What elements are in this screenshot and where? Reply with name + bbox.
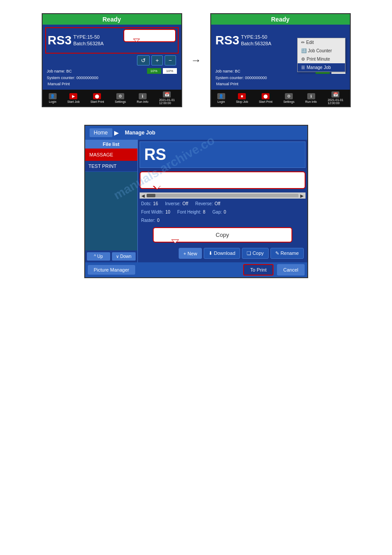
context-menu: ✏ Edit 🔢 Job Counter ⚙ Print Minute ☰ Ma… [297,38,345,72]
raster-value: 0 [157,218,160,223]
login-icon-left: 👤 [49,93,57,99]
solvent-box-left: 10% [163,68,177,74]
job-name-label-left: Job name: [47,69,65,73]
ink-box-left: 10% [147,68,161,74]
callout-job-detail [140,171,306,189]
minus-btn-left[interactable]: − [165,55,176,65]
right-printer-screen: Ready RS3 TYPE:15-50 Batch:56328A ✏ Edit [210,13,351,107]
scroll-right-arrow[interactable]: ▶ [299,193,305,198]
datetime-icon-right: 📅 [331,91,339,98]
inverse-value: Off [183,201,188,206]
props-row-2: Font Width: 10 Font Height: 8 Gap: 0 [140,209,306,215]
nav-settings-left[interactable]: ⚙ Settings [115,93,126,103]
nav-startjob-left[interactable]: ▶ Start Job [67,93,79,103]
props-row-1: Dots: 16 Inverse: Off Reverse: Off [140,200,306,207]
bottom-bar: Picture Manager To Print Cancel [85,262,307,277]
font-width-value: 10 [165,210,170,214]
refresh-btn-left[interactable]: ↺ [137,55,150,65]
dots-label: Dots: [141,201,151,206]
picture-manager-button[interactable]: Picture Manager [88,265,136,275]
scroll-thumb[interactable] [147,194,155,197]
gap-label: Gap: [212,210,222,214]
job-name-value-right: BC [235,69,241,73]
context-manage-job[interactable]: ☰ Manage Job [298,63,345,72]
to-print-button[interactable]: To Print [243,264,273,276]
breadcrumb-home[interactable]: Home [90,128,112,137]
file-item-testprint[interactable]: TEST PRINT [85,161,137,172]
manual-print-label-right: Manual Print [216,82,239,86]
startprint-icon-left: ⬤ [93,93,101,99]
manage-job-screen: manuals.archive.co Home ▶ Manage Job Fil… [84,125,308,278]
plus-btn-left[interactable]: + [151,55,163,65]
context-edit[interactable]: ✏ Edit [298,38,345,47]
system-counter-value-left: 0000000000 [76,76,98,80]
left-screen-header: Ready [43,14,181,25]
new-button[interactable]: + New [179,248,202,259]
job-preview-text: RS [144,145,166,164]
job-batch-left: Batch:56328A [73,40,104,47]
nav-settings-right[interactable]: ⚙ Settings [283,93,294,103]
startprint-icon-right: ⬤ [262,93,270,99]
rs3-logo-right: RS3 [216,33,239,47]
up-button[interactable]: ^ Up [87,252,111,261]
login-icon-right: 👤 [217,93,225,99]
job-detail-panel: RS ◀ ▶ Dots: 16 [138,140,307,262]
cancel-button[interactable]: Cancel [277,264,304,276]
print-minute-icon: ⚙ [301,57,305,62]
system-counter-value-right: 0000000000 [245,76,267,80]
nav-stopjob-right[interactable]: ■ Stop Job [236,93,248,103]
nav-runinfo-right[interactable]: ℹ Run Info [305,93,316,103]
font-height-value: 8 [203,210,205,214]
job-batch-right: Batch:56328A [241,40,271,47]
settings-icon-right: ⚙ [285,93,293,99]
download-button[interactable]: ⬇ Download [204,248,240,259]
nav-runinfo-left[interactable]: ℹ Run Info [137,93,148,103]
down-button[interactable]: ∨ Down [112,252,136,261]
left-printer-screen: Ready RS3 TYPE:15-50 Batch:56328A ↺ + − [42,13,182,107]
datetime-icon-left: 📅 [163,91,171,98]
startjob-icon-left: ▶ [69,93,77,99]
file-list-header: File list [85,140,137,149]
job-name-value-left: BC [66,69,72,73]
rename-button[interactable]: ✎ Rename [270,248,304,259]
system-counter-label-left: System counter: [47,76,76,80]
edit-icon: ✏ [301,40,305,45]
scroll-track[interactable] [147,194,298,197]
scroll-bar[interactable]: ◀ ▶ [140,192,306,199]
nav-datetime-right: 📅 2021-01-01 12:00:00 [327,91,343,105]
context-print-minute[interactable]: ⚙ Print Minute [298,55,345,63]
job-type-left: TYPE:15-50 [73,34,104,40]
nav-login-right[interactable]: 👤 Login [217,93,225,103]
right-screen-header: Ready [211,14,350,25]
gap-value: 0 [224,210,227,214]
reverse-label: Reverse: [195,201,213,206]
stopjob-icon-right: ■ [238,93,246,99]
counter-icon: 🔢 [301,48,306,53]
inverse-label: Inverse: [165,201,181,206]
nav-startprint-right[interactable]: ⬤ Start Print [259,93,273,103]
font-width-label: Font Width: [141,210,164,214]
manage-job-icon: ☰ [301,65,305,70]
job-name-label-right: Job name: [216,69,234,73]
nav-datetime-left: 📅 2021-01-01 12:00:00 [159,91,175,105]
copy-button[interactable]: ❑ Copy [242,248,269,259]
callout-copy: Copy [153,227,292,243]
job-preview-header: RS [140,141,306,168]
scroll-left-arrow[interactable]: ◀ [140,193,146,198]
file-list-panel: File list MASSAGE TEST PRINT ^ Up ∨ Down [85,140,138,262]
font-height-label: Font Height: [177,210,201,214]
file-item-massage[interactable]: MASSAGE [85,149,137,161]
action-buttons-row: + New ⬇ Download ❑ Copy ✎ Rename [140,246,306,261]
dots-value: 16 [153,201,158,206]
arrow-connector: → [191,54,201,66]
nav-login-left[interactable]: 👤 Login [49,93,57,103]
callout-left [123,29,176,42]
manual-print-label-left: Manual Print [48,82,70,86]
job-type-right: TYPE:15-50 [241,34,271,40]
settings-icon-left: ⚙ [116,93,124,99]
breadcrumb-bar: Home ▶ Manage Job [85,126,307,140]
nav-startprint-left[interactable]: ⬤ Start Print [90,93,104,103]
file-list-empty-area [85,172,137,250]
context-job-counter[interactable]: 🔢 Job Counter [298,47,345,55]
breadcrumb-manage-job[interactable]: Manage Job [121,128,160,137]
